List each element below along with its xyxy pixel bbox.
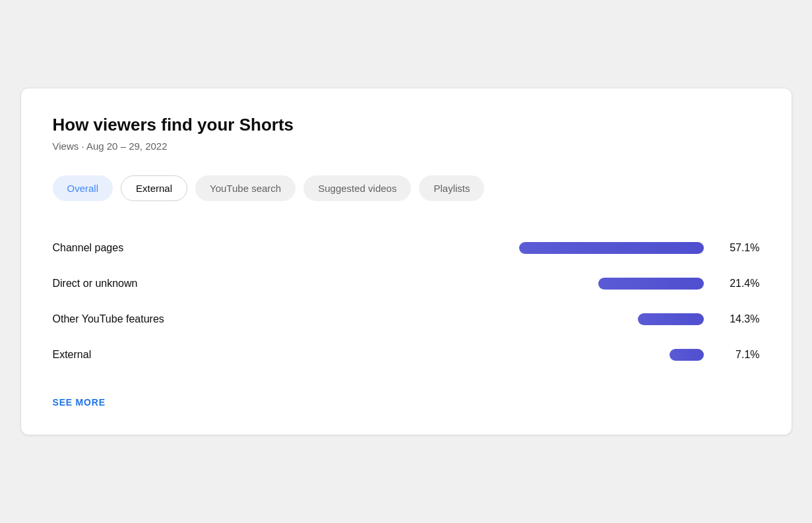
row-percent-1: 21.4%: [717, 278, 760, 290]
table-row: Channel pages57.1%: [53, 230, 760, 266]
row-bar-container-2: [224, 313, 717, 325]
row-bar-container-1: [224, 278, 717, 290]
tab-youtube-search[interactable]: YouTube search: [195, 175, 296, 201]
tab-overall[interactable]: Overall: [53, 175, 113, 201]
row-bar-2: [638, 313, 704, 325]
row-bar-0: [519, 242, 704, 254]
analytics-card: How viewers find your Shorts Views · Aug…: [20, 88, 792, 435]
row-label-2: Other YouTube features: [53, 313, 224, 325]
see-more-button[interactable]: SEE MORE: [53, 397, 106, 408]
row-label-1: Direct or unknown: [53, 278, 224, 290]
row-percent-0: 57.1%: [717, 242, 760, 254]
card-subtitle: Views · Aug 20 – 29, 2022: [53, 140, 760, 152]
card-title: How viewers find your Shorts: [53, 115, 760, 135]
tab-external[interactable]: External: [121, 175, 187, 201]
data-rows-container: Channel pages57.1%Direct or unknown21.4%…: [53, 230, 760, 373]
tabs-container: OverallExternalYouTube searchSuggested v…: [53, 175, 760, 201]
tab-suggested-videos[interactable]: Suggested videos: [303, 175, 411, 201]
table-row: Direct or unknown21.4%: [53, 266, 760, 301]
row-bar-container-3: [224, 349, 717, 361]
table-row: External7.1%: [53, 337, 760, 373]
row-label-3: External: [53, 349, 224, 361]
table-row: Other YouTube features14.3%: [53, 301, 760, 337]
row-percent-2: 14.3%: [717, 313, 760, 325]
row-bar-3: [670, 349, 704, 361]
row-percent-3: 7.1%: [717, 349, 760, 361]
row-label-0: Channel pages: [53, 242, 224, 254]
tab-playlists[interactable]: Playlists: [419, 175, 484, 201]
row-bar-1: [598, 278, 704, 290]
row-bar-container-0: [224, 242, 717, 254]
